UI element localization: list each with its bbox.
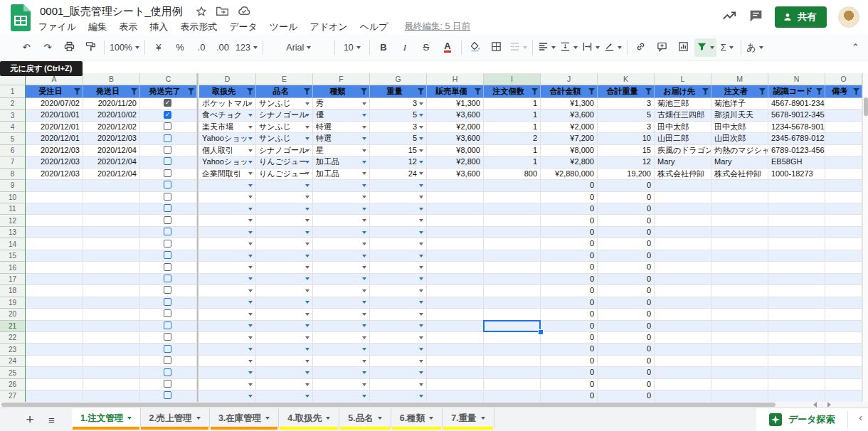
menu-データ[interactable]: データ [229, 21, 258, 33]
cell-dropdown-icon[interactable] [419, 336, 423, 339]
cell-O18[interactable] [825, 285, 862, 297]
tab-4.取扱先[interactable]: 4.取扱先 [279, 408, 339, 428]
cell-G27[interactable] [370, 390, 427, 402]
cell-C23[interactable] [140, 344, 197, 355]
cell-E21[interactable] [256, 321, 313, 332]
cell-A26[interactable] [26, 379, 83, 390]
cell-J5[interactable]: ¥7,200 [541, 133, 598, 144]
cell-H13[interactable] [427, 227, 484, 238]
horizontal-align-button[interactable] [536, 38, 558, 57]
cell-N21[interactable] [768, 321, 825, 332]
cell-dropdown-icon[interactable] [419, 137, 423, 140]
cell-N27[interactable] [768, 390, 825, 402]
cell-J24[interactable]: 0 [541, 356, 598, 367]
cell-L2[interactable]: 菊池三郎 [655, 98, 711, 110]
column-header-E[interactable]: E [256, 73, 313, 85]
cell-dropdown-icon[interactable] [305, 336, 309, 339]
cell-F8[interactable]: 加工品 [313, 169, 370, 180]
cell-O7[interactable] [825, 156, 862, 168]
cell-M3[interactable]: 那須川天天 [711, 110, 768, 121]
cell-dropdown-icon[interactable] [305, 395, 309, 398]
cell-K19[interactable]: 0 [598, 297, 655, 309]
cell-C25[interactable] [140, 367, 197, 378]
header-cell-C[interactable]: 発送完了 [140, 85, 197, 98]
header-filter-icon[interactable] [131, 88, 137, 95]
cell-D5[interactable]: Yahooショッ [199, 133, 256, 144]
cell-I4[interactable]: 1 [484, 122, 541, 133]
header-cell-J[interactable]: 合計金額 [541, 85, 598, 98]
cell-H20[interactable] [427, 309, 484, 320]
cell-dropdown-icon[interactable] [305, 289, 309, 292]
cell-B21[interactable] [83, 321, 140, 332]
cell-dropdown-icon[interactable] [362, 395, 366, 398]
cell-D7[interactable]: Yahooショッ [199, 156, 256, 168]
cell-F23[interactable] [313, 344, 370, 355]
cell-dropdown-icon[interactable] [362, 371, 366, 374]
cell-B10[interactable] [83, 192, 140, 203]
row-number-9[interactable]: 9 [0, 180, 26, 191]
cell-dropdown-icon[interactable] [362, 208, 366, 211]
cell-E17[interactable] [256, 274, 313, 285]
cell-C10[interactable] [140, 192, 197, 203]
cell-N2[interactable]: 4567-8901-2345 [768, 98, 825, 110]
cell-H26[interactable] [427, 379, 484, 390]
cell-E14[interactable] [256, 238, 313, 250]
cell-dropdown-icon[interactable] [419, 383, 423, 386]
cell-dropdown-icon[interactable] [248, 161, 253, 164]
menu-編集[interactable]: 編集 [88, 21, 107, 33]
cell-M23[interactable] [711, 344, 768, 355]
checkbox-unchecked[interactable] [164, 169, 171, 177]
column-header-D[interactable]: D [199, 73, 256, 85]
cell-A21[interactable] [26, 321, 83, 332]
cell-dropdown-icon[interactable] [362, 255, 366, 257]
row-number-15[interactable]: 15 [0, 250, 26, 262]
cell-A14[interactable] [26, 238, 83, 250]
cell-F26[interactable] [313, 379, 370, 390]
cell-dropdown-icon[interactable] [248, 324, 253, 327]
cell-E22[interactable] [256, 332, 313, 344]
cell-B24[interactable] [83, 356, 140, 367]
cell-dropdown-icon[interactable] [362, 336, 366, 339]
cell-O3[interactable] [825, 110, 862, 121]
cell-K24[interactable]: 0 [598, 356, 655, 367]
cell-E7[interactable]: りんごジュー [256, 156, 313, 168]
cell-dropdown-icon[interactable] [248, 231, 253, 234]
cell-E4[interactable]: サンふじ [256, 122, 313, 133]
cell-C15[interactable] [140, 250, 197, 262]
cell-G13[interactable] [370, 227, 427, 238]
cell-E3[interactable]: シナノゴール [256, 110, 313, 121]
menu-挿入[interactable]: 挿入 [149, 21, 168, 33]
cell-G24[interactable] [370, 356, 427, 367]
cell-N14[interactable] [768, 238, 825, 250]
tab-dropdown-icon[interactable] [429, 417, 433, 420]
cell-dropdown-icon[interactable] [362, 243, 366, 245]
cell-O25[interactable] [825, 367, 862, 378]
header-cell-O[interactable]: 備考 [825, 85, 862, 98]
cell-M26[interactable] [711, 379, 768, 390]
header-cell-H[interactable]: 販売単価 [427, 85, 484, 98]
cell-M2[interactable]: 菊池洋子 [711, 98, 768, 110]
cell-D12[interactable] [199, 216, 256, 227]
tab-2.売上管理[interactable]: 2.売上管理 [140, 408, 209, 428]
cell-D14[interactable] [199, 238, 256, 250]
cell-H16[interactable] [427, 262, 484, 273]
cell-N7[interactable]: EB58GH [768, 156, 825, 168]
cell-dropdown-icon[interactable] [362, 219, 366, 222]
cell-dropdown-icon[interactable] [305, 161, 309, 164]
cell-E6[interactable]: シナノゴール [256, 145, 313, 156]
vertical-scroll-thumb[interactable] [864, 97, 868, 116]
cell-dropdown-icon[interactable] [362, 149, 366, 152]
cell-I20[interactable] [484, 309, 541, 320]
checkbox-unchecked[interactable] [164, 228, 171, 235]
cell-A8[interactable]: 2020/12/03 [26, 169, 83, 180]
cell-K21[interactable]: 0 [598, 321, 655, 332]
cell-H27[interactable] [427, 390, 484, 402]
header-cell-E[interactable]: 品名 [256, 85, 313, 98]
cell-dropdown-icon[interactable] [362, 137, 366, 140]
cell-N22[interactable] [768, 332, 825, 344]
sheets-logo-icon[interactable] [10, 4, 31, 34]
cell-dropdown-icon[interactable] [419, 301, 423, 304]
cell-dropdown-icon[interactable] [305, 102, 309, 105]
row-number-7[interactable]: 7 [0, 156, 26, 168]
cell-J11[interactable]: 0 [541, 203, 598, 215]
